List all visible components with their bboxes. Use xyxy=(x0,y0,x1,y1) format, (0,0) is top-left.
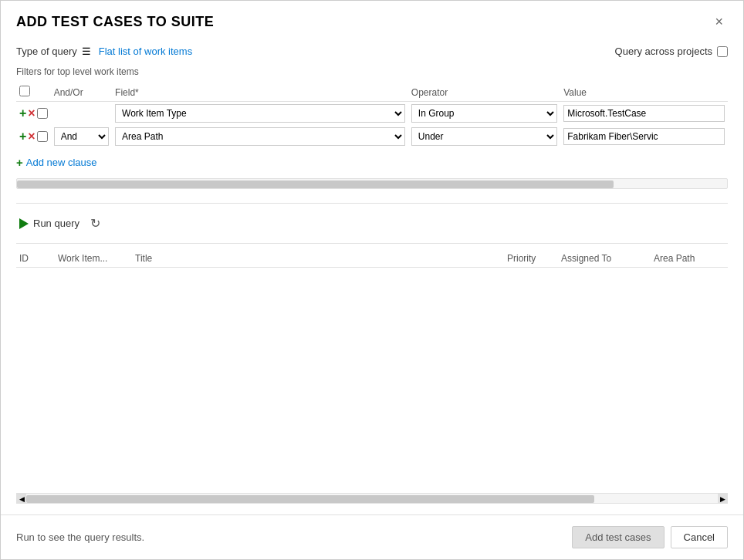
row2-field-select[interactable]: Work Item Type Area Path Iteration Path … xyxy=(115,127,405,146)
row1-field-select[interactable]: Work Item Type Area Path Iteration Path … xyxy=(115,104,405,123)
header-operator: Operator xyxy=(408,83,560,102)
query-type-value[interactable]: Flat list of work items xyxy=(99,46,192,57)
filter-row-1: + × Work Item Type Area Path Iteration P… xyxy=(16,102,728,126)
add-test-cases-button[interactable]: Add test cases xyxy=(572,526,664,548)
results-header-type: Work Item... xyxy=(55,253,132,264)
add-clause-row: + Add new clause xyxy=(16,154,728,170)
header-andor: And/Or xyxy=(51,83,112,102)
run-query-row: Run query ↻ xyxy=(16,210,728,237)
bottom-scrollbar-thumb xyxy=(26,495,594,503)
results-header-assigned: Assigned To xyxy=(558,253,651,264)
dialog-header: ADD TEST CASES TO SUITE × xyxy=(1,1,743,38)
results-header-title: Title xyxy=(132,253,504,264)
filter-table: And/Or Field* Operator Value + × xyxy=(16,83,728,148)
row1-delete-button[interactable]: × xyxy=(28,107,35,120)
row2-andor: And Or xyxy=(51,125,112,148)
dialog-body: Type of query ☰ Flat list of work items … xyxy=(1,38,743,514)
row2-operator-select[interactable]: = <> Under Not Under xyxy=(411,127,557,146)
top-scrollbar[interactable] xyxy=(16,178,728,189)
header-value: Value xyxy=(560,83,728,102)
filters-label: Filters for top level work items xyxy=(16,66,728,77)
run-query-button[interactable]: Run query xyxy=(16,216,83,231)
dialog-title: ADD TEST CASES TO SUITE xyxy=(16,14,214,30)
run-query-label: Run query xyxy=(33,218,79,229)
row2-delete-button[interactable]: × xyxy=(28,130,35,143)
close-button[interactable]: × xyxy=(710,13,728,30)
footer-buttons: Add test cases Cancel xyxy=(572,526,728,548)
row1-checkbox[interactable] xyxy=(37,108,48,119)
row1-value xyxy=(560,102,728,126)
list-icon: ☰ xyxy=(82,46,91,57)
row2-actions: + × xyxy=(16,125,51,148)
row2-add-button[interactable]: + xyxy=(19,130,26,143)
filter-row-2: + × And Or Work Item Type xyxy=(16,125,728,148)
results-header-priority: Priority xyxy=(504,253,558,264)
results-header-area: Area Path xyxy=(651,253,728,264)
row1-value-input[interactable] xyxy=(563,105,725,122)
bottom-scrollbar[interactable]: ◀ ▶ xyxy=(16,493,728,504)
footer-status: Run to see the query results. xyxy=(16,531,144,543)
refresh-button[interactable]: ↻ xyxy=(90,216,100,231)
run-icon xyxy=(19,218,29,229)
top-scrollbar-thumb xyxy=(17,180,614,188)
bottom-scrollbar-right-arrow[interactable]: ▶ xyxy=(718,494,727,504)
results-empty-area xyxy=(16,268,728,490)
add-clause-plus-icon: + xyxy=(16,156,23,169)
query-across-checkbox[interactable] xyxy=(717,46,728,57)
query-type-left: Type of query ☰ Flat list of work items xyxy=(16,46,192,57)
add-clause-button[interactable]: + Add new clause xyxy=(16,154,97,170)
header-checkbox[interactable] xyxy=(19,86,30,96)
header-actions xyxy=(16,83,51,102)
bottom-scrollbar-left-arrow[interactable]: ◀ xyxy=(17,494,26,504)
row2-andor-select[interactable]: And Or xyxy=(54,127,109,146)
add-test-cases-dialog: ADD TEST CASES TO SUITE × Type of query … xyxy=(0,0,744,560)
row2-checkbox[interactable] xyxy=(37,131,48,142)
row2-value xyxy=(560,125,728,148)
row1-operator-select[interactable]: = <> In Group Not In Group In Not In xyxy=(411,104,557,123)
cancel-button[interactable]: Cancel xyxy=(671,526,728,548)
query-across-label: Query across projects xyxy=(615,46,712,57)
results-header-id: ID xyxy=(16,253,55,264)
divider-2 xyxy=(16,243,728,244)
header-field: Field* xyxy=(112,83,408,102)
row2-value-input[interactable] xyxy=(563,128,725,145)
row2-field: Work Item Type Area Path Iteration Path … xyxy=(112,125,408,148)
add-clause-label: Add new clause xyxy=(26,157,97,168)
results-table-header: ID Work Item... Title Priority Assigned … xyxy=(16,250,728,268)
query-across-right: Query across projects xyxy=(615,46,728,57)
row1-field: Work Item Type Area Path Iteration Path … xyxy=(112,102,408,126)
query-type-label: Type of query xyxy=(16,46,77,57)
row1-operator: = <> In Group Not In Group In Not In xyxy=(408,102,560,126)
row1-add-button[interactable]: + xyxy=(19,107,26,120)
row2-operator: = <> Under Not Under xyxy=(408,125,560,148)
dialog-footer: Run to see the query results. Add test c… xyxy=(1,514,743,559)
row1-andor xyxy=(51,102,112,126)
row1-actions: + × xyxy=(16,102,51,126)
divider-1 xyxy=(16,203,728,204)
query-type-row: Type of query ☰ Flat list of work items … xyxy=(16,46,728,57)
